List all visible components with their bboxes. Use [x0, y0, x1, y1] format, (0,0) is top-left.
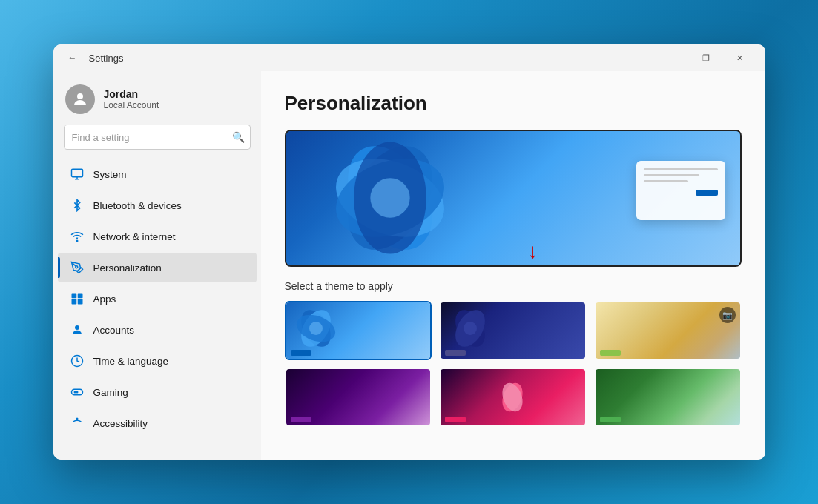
accessibility-icon — [70, 416, 85, 431]
theme-card-5[interactable] — [439, 368, 587, 427]
svg-point-5 — [75, 266, 77, 268]
sidebar-item-accessibility[interactable]: Accessibility — [58, 408, 257, 438]
camera-icon: 📷 — [719, 307, 736, 323]
themes-grid: 📷 — [285, 301, 742, 427]
theme-card-3[interactable]: 📷 — [594, 301, 742, 360]
sidebar-label-bluetooth: Bluetooth & devices — [93, 200, 182, 211]
sidebar-label-accounts: Accounts — [93, 325, 135, 336]
svg-point-13 — [74, 391, 76, 393]
brush-icon — [70, 260, 85, 275]
time-icon — [70, 354, 85, 368]
main-panel: Personalization — [261, 71, 765, 460]
maximize-button[interactable]: ❐ — [690, 44, 722, 71]
sidebar-item-personalization[interactable]: Personalization — [58, 253, 257, 282]
sidebar-item-system[interactable]: System — [58, 159, 257, 189]
svg-point-30 — [499, 380, 527, 414]
svg-point-28 — [464, 322, 477, 335]
svg-point-4 — [76, 240, 78, 242]
arrow-indicator: ↓ — [528, 241, 538, 262]
svg-point-25 — [309, 322, 323, 335]
svg-point-0 — [77, 93, 83, 99]
user-info: Jordan Local Account — [104, 88, 159, 110]
sidebar-label-network: Network & internet — [93, 231, 176, 242]
back-button[interactable]: ← — [62, 47, 83, 68]
user-subtitle: Local Account — [104, 100, 159, 110]
sidebar-label-system: System — [93, 169, 127, 180]
search-input[interactable] — [64, 125, 251, 150]
svg-point-10 — [75, 325, 79, 330]
sidebar-label-accessibility: Accessibility — [93, 418, 148, 429]
theme-card-6[interactable] — [594, 368, 742, 427]
svg-rect-9 — [77, 299, 82, 305]
user-name: Jordan — [104, 88, 159, 100]
sidebar-item-apps[interactable]: Apps — [58, 284, 257, 314]
preview-dialog — [636, 161, 725, 220]
sidebar-item-network[interactable]: Network & internet — [58, 222, 257, 251]
search-box[interactable]: 🔍 — [64, 125, 251, 150]
titlebar-title: Settings — [89, 53, 124, 64]
sidebar-label-personalization: Personalization — [93, 262, 162, 273]
content-area: Jordan Local Account 🔍 System — [53, 71, 765, 460]
sidebar: Jordan Local Account 🔍 System — [53, 71, 261, 460]
page-title: Personalization — [285, 92, 742, 115]
monitor-icon — [70, 167, 85, 182]
svg-point-15 — [76, 418, 78, 420]
themes-label: Select a theme to apply — [285, 280, 742, 292]
theme-card-1[interactable] — [285, 301, 432, 360]
accounts-icon — [70, 322, 85, 337]
user-section[interactable]: Jordan Local Account — [53, 71, 261, 125]
svg-point-14 — [76, 391, 78, 393]
sidebar-item-gaming[interactable]: Gaming — [58, 377, 257, 407]
sidebar-item-time[interactable]: Time & language — [58, 346, 257, 376]
preview-banner: ↓ — [285, 130, 742, 267]
svg-rect-7 — [77, 294, 82, 299]
svg-point-21 — [370, 178, 409, 217]
gaming-icon — [70, 385, 85, 399]
apps-icon — [70, 291, 85, 306]
bluetooth-icon — [70, 198, 85, 213]
svg-rect-8 — [71, 299, 76, 305]
titlebar: ← Settings — ❐ ✕ — [53, 44, 765, 71]
svg-rect-6 — [71, 294, 76, 299]
close-button[interactable]: ✕ — [724, 44, 756, 71]
sidebar-item-accounts[interactable]: Accounts — [58, 315, 257, 345]
sidebar-label-apps: Apps — [93, 294, 116, 305]
sidebar-item-bluetooth[interactable]: Bluetooth & devices — [58, 190, 257, 220]
avatar — [65, 84, 95, 114]
svg-rect-1 — [71, 169, 82, 177]
sidebar-label-time: Time & language — [93, 356, 169, 367]
window-controls: — ❐ ✕ — [656, 44, 756, 71]
network-icon — [70, 229, 85, 244]
theme-card-4[interactable] — [285, 368, 432, 427]
minimize-button[interactable]: — — [656, 44, 688, 71]
settings-window: ← Settings — ❐ ✕ Jordan Local Account — [53, 44, 765, 460]
theme-card-2[interactable] — [439, 301, 587, 360]
sidebar-label-gaming: Gaming — [93, 387, 128, 398]
